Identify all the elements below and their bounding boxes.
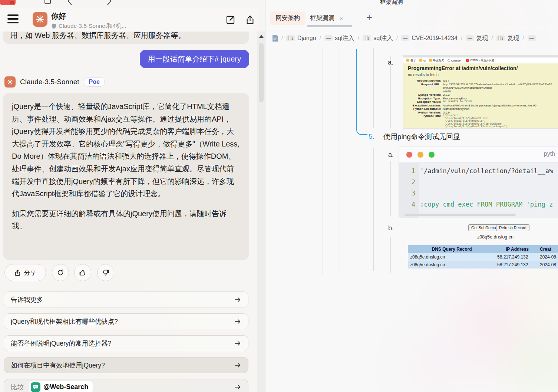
mention-suggestion-item[interactable]: 比较 @Web-Search <box>4 379 248 392</box>
line-number: 3 <box>399 190 415 197</box>
breadcrumb: / H1Django / —sql注入 / H3sql注入 / —CVE-201… <box>272 32 558 45</box>
chat-panel: 用，如 Web 服务器、数据库服务器、应用服务器等。 你好 Claude-3.5… <box>0 0 265 392</box>
scrollbar-thumb[interactable] <box>259 43 264 102</box>
chat-header: 你好 Claude-3.5-Sonnet和4机... <box>0 8 258 32</box>
indent-guide <box>340 48 340 274</box>
indent-guide <box>373 148 374 271</box>
thumbs-up-icon <box>79 269 86 276</box>
claude-starburst-icon <box>36 15 44 24</box>
indent-guide <box>323 48 323 274</box>
chat-subtitle: Claude-3.5-Sonnet和4机... <box>59 22 126 30</box>
arrow-right-icon <box>234 340 241 347</box>
share-icon[interactable] <box>245 15 255 25</box>
line-number: 4 <box>399 201 415 208</box>
line-number: 2 <box>399 178 415 186</box>
thumbs-up-button[interactable] <box>74 264 91 281</box>
notes-panel: 框架漏洞 网安架构 框架漏洞 × + / H1Django / —sql注入 /… <box>265 0 558 392</box>
breadcrumb-item[interactable]: —复现 <box>466 34 488 42</box>
list-item-text: 使用ping命令测试无回显 <box>383 132 460 142</box>
arrow-right-icon <box>234 318 241 325</box>
code-line: ;copy cmd_exec FROM PROGRAM 'ping z <box>420 201 553 208</box>
screen: 用，如 Web 服务器、数据库服务器、应用服务器等。 你好 Claude-3.5… <box>0 0 558 392</box>
django-error-page: ProgrammingError at /admin/vuln/collecti… <box>403 63 558 128</box>
folder-icon <box>429 59 432 62</box>
poe-badge: Poe <box>84 77 105 87</box>
focused-list-guide <box>356 49 367 135</box>
share-label: 分享 <box>24 269 37 277</box>
bot-avatar[interactable] <box>33 12 47 27</box>
suggestion-item[interactable]: jQuery和现代框架相比有哪些优缺点? <box>4 313 248 329</box>
breadcrumb-item[interactable]: H3sql注入 <box>363 34 393 42</box>
code-block[interactable]: pyth 1'/admin/vuln/collection/?detail__a… <box>399 146 558 218</box>
indent-guide <box>390 56 391 128</box>
tab-label: 框架漏洞 <box>310 14 334 22</box>
bot-name-row: Claude-3.5-Sonnet Poe <box>4 76 105 88</box>
scroll-up-icon[interactable] <box>259 35 264 38</box>
response-paragraph: jQuery是一个快速、轻量级的JavaScript库，它简化了HTML文档遍历… <box>12 101 240 200</box>
breadcrumb-item[interactable]: — <box>528 35 536 41</box>
error-subtitle: no results to fetch <box>408 72 554 77</box>
thumbs-down-icon <box>102 269 109 276</box>
tab-active[interactable]: 框架漏洞 × <box>307 11 346 25</box>
edit-icon[interactable] <box>225 15 235 25</box>
forward-icon[interactable] <box>106 0 113 5</box>
dns-table[interactable]: DNS Query Record IP Address Creat z08q5e… <box>408 245 558 269</box>
list-marker-5[interactable]: 5. <box>369 132 374 141</box>
indent-guide <box>390 237 391 273</box>
mention-prefix: 比较 <box>11 383 24 392</box>
error-title: ProgrammingError at /admin/vuln/collecti… <box>408 65 554 71</box>
breadcrumb-item[interactable]: —CVE-2019-14234 <box>401 35 458 42</box>
tab-pinned[interactable]: 网安架构 <box>270 11 306 25</box>
refresh-icon <box>57 269 64 276</box>
traffic-light-green <box>429 152 435 158</box>
code-language-label[interactable]: pyth <box>544 151 555 157</box>
suggestion-label: 告诉我更多 <box>11 295 43 304</box>
sidebar-toggle-icon[interactable] <box>44 0 51 4</box>
folder-icon <box>406 59 409 62</box>
django-error-screenshot[interactable]: 看了 cf 毕业相关 ChatGPT CCSDN - 专业开发者.. Progr… <box>403 56 558 128</box>
new-tab-icon[interactable]: + <box>366 12 372 23</box>
suggestion-item[interactable]: 告诉我更多 <box>4 291 248 307</box>
breadcrumb-item[interactable]: —sql注入 <box>324 34 354 42</box>
chat-scrollbar[interactable] <box>257 32 265 392</box>
claude-starburst-icon <box>7 79 13 85</box>
list-marker-a: a. <box>388 59 393 66</box>
shield-icon <box>51 23 57 29</box>
back-icon[interactable] <box>66 0 73 5</box>
dnslog-domain: z08q5e.dnslog.cn <box>451 234 540 240</box>
suggestion-item[interactable]: 如何在项目中有效地使用jQuery? <box>4 357 248 373</box>
doc-icon <box>272 35 278 42</box>
browser-logo-icon[interactable] <box>0 0 16 5</box>
menu-icon[interactable] <box>7 14 19 23</box>
suggestion-label: 能否举例说明jQuery的常用选择器? <box>11 339 111 348</box>
code-line: '/admin/vuln/collection/?detail__a% <box>420 167 553 175</box>
line-number: 1 <box>399 167 415 175</box>
tab-label: 网安架构 <box>275 14 300 22</box>
regenerate-button[interactable] <box>52 264 69 281</box>
tab-bar: 网安架构 框架漏洞 × + <box>265 9 558 28</box>
active-tab-underline <box>307 25 352 27</box>
bookmarks-bar: 看了 cf 毕业相关 ChatGPT CCSDN - 专业开发者.. <box>403 57 558 63</box>
thumbs-down-button[interactable] <box>97 264 114 281</box>
chat-title: 你好 <box>51 11 126 21</box>
bot-name: Claude-3.5-Sonnet <box>20 78 79 86</box>
share-button[interactable]: 分享 <box>4 264 46 281</box>
traffic-light-red <box>406 152 412 158</box>
breadcrumb-item[interactable]: H5复现 <box>496 34 519 42</box>
indent-guide <box>373 48 374 128</box>
user-message: 用一段话简单介绍下# jquery <box>140 50 249 68</box>
arrow-right-icon <box>234 362 241 369</box>
breadcrumb-item[interactable]: H1Django <box>286 35 316 42</box>
window-title: 框架漏洞 <box>340 0 443 6</box>
suggestion-item[interactable]: 能否举例说明jQuery的常用选择器? <box>4 335 248 351</box>
dns-table-header: DNS Query Record IP Address Creat <box>408 245 558 253</box>
folder-icon <box>419 59 422 62</box>
horizontal-scrollbar[interactable] <box>405 214 516 216</box>
dns-table-row: z08q5e.dnslog.cn 58.217.249.132 2024-08- <box>408 261 558 269</box>
bot-mention-chip: @Web-Search <box>29 381 93 392</box>
code-block-header: pyth <box>399 146 558 163</box>
tab-close-icon[interactable]: × <box>340 15 343 22</box>
web-search-icon <box>31 382 40 392</box>
traffic-light-yellow <box>417 152 423 158</box>
mention-bot-name: @Web-Search <box>43 383 88 391</box>
